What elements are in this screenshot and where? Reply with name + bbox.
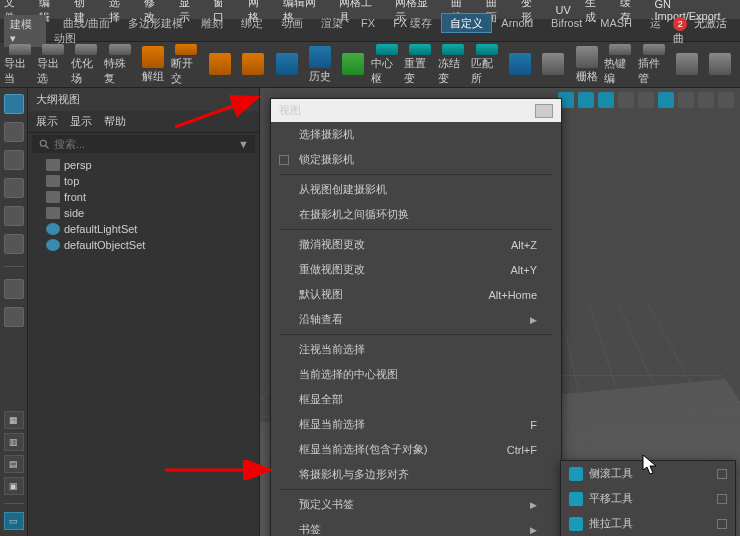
option-box-icon[interactable] [717, 494, 727, 504]
menu-item[interactable]: 框显当前选择F [271, 412, 561, 437]
shelf-tab[interactable]: 雕刻 [192, 13, 232, 33]
outliner-menu-item[interactable]: 展示 [36, 114, 58, 129]
shelf-button[interactable]: 冻结变 [438, 44, 469, 86]
shelf-button[interactable]: 重置变 [404, 44, 435, 86]
shelf-button[interactable]: 优化场 [71, 44, 102, 86]
shelf-button[interactable]: 特殊复 [104, 44, 135, 86]
notification-badge[interactable]: 2 [673, 17, 687, 31]
paint-tool-icon[interactable] [4, 150, 24, 170]
outliner-item[interactable]: top [32, 173, 255, 189]
scale-tool-icon[interactable] [4, 234, 24, 254]
outliner-menu-item[interactable]: 显示 [70, 114, 92, 129]
outliner-menu[interactable]: 展示显示帮助 [28, 111, 259, 133]
shelf-tab[interactable]: Bifrost [542, 13, 591, 33]
viewport-icons[interactable] [558, 92, 734, 108]
layout-persp-icon[interactable]: ▣ [4, 477, 24, 495]
shelf-button[interactable] [204, 44, 235, 86]
menu-item[interactable]: 注视当前选择 [271, 337, 561, 362]
viewport-icon[interactable] [598, 92, 614, 108]
outliner-item[interactable]: defaultLightSet [32, 221, 255, 237]
shelf-button[interactable]: 中心枢 [371, 44, 402, 86]
search-input[interactable] [54, 138, 234, 150]
menu-item[interactable]: 沿轴查看▶ [271, 307, 561, 332]
camera-tools-submenu[interactable]: 侧滚工具平移工具推拉工具缩放工具 [560, 460, 736, 536]
viewport-icon[interactable] [678, 92, 694, 108]
outliner-item[interactable]: persp [32, 157, 255, 173]
submenu-item[interactable]: 平移工具 [561, 486, 735, 511]
last-tool-icon[interactable] [4, 279, 24, 299]
menu-item[interactable]: 框显当前选择(包含子对象)Ctrl+F [271, 437, 561, 462]
viewport-icon[interactable] [658, 92, 674, 108]
shelf-tab[interactable]: FX [352, 13, 384, 33]
shelf-button[interactable] [238, 44, 269, 86]
shelf-button[interactable] [705, 44, 736, 86]
shelf-button[interactable]: 断开交 [171, 44, 202, 86]
mode-dropdown[interactable]: 建模 ▾ [4, 15, 46, 47]
menu-item[interactable]: 框显全部 [271, 387, 561, 412]
shelf-button[interactable] [671, 44, 702, 86]
outliner-search[interactable]: ▼ [32, 135, 255, 153]
tool-dock[interactable]: ▦ ▥ ▤ ▣ ▭ [0, 88, 28, 536]
shelf-tab[interactable]: Arnold [492, 13, 542, 33]
shelf-tab[interactable]: 动画 [272, 13, 312, 33]
viewport-icon[interactable] [638, 92, 654, 108]
search-dropdown-icon[interactable]: ▼ [238, 138, 249, 150]
menu-item[interactable]: 书签▶ [271, 517, 561, 536]
view-context-menu[interactable]: 视图 选择摄影机锁定摄影机从视图创建摄影机在摄影机之间循环切换撤消视图更改Alt… [270, 98, 562, 536]
shelf-button[interactable] [271, 44, 302, 86]
shelf-button[interactable]: 热键编 [604, 44, 635, 86]
menu-item[interactable]: 重做视图更改Alt+Y [271, 257, 561, 282]
shelf-tab[interactable]: 渲染 [312, 13, 352, 33]
submenu-item[interactable]: 推拉工具 [561, 511, 735, 536]
option-box-icon[interactable] [717, 469, 727, 479]
shelf-tab[interactable]: 自定义 [441, 13, 492, 33]
shelf-button[interactable]: 导出选 [37, 44, 68, 86]
layout-two-icon[interactable]: ▥ [4, 433, 24, 451]
lasso-tool-icon[interactable] [4, 122, 24, 142]
shelf-toolbar[interactable]: 导出当导出选优化场特殊复解组断开交历史中心枢重置变冻结变匹配所栅格热键编插件管 [0, 42, 740, 88]
outliner-item[interactable]: front [32, 189, 255, 205]
menu-item[interactable]: 撤消视图更改Alt+Z [271, 232, 561, 257]
shelf-button[interactable]: 历史 [304, 44, 335, 86]
layout-four-icon[interactable]: ▤ [4, 455, 24, 473]
shelf-tab[interactable]: FX 缓存 [384, 13, 441, 33]
shelf-button[interactable] [504, 44, 535, 86]
shelf-tabs[interactable]: 建模 ▾ 曲线/曲面多边形建模雕刻绑定动画渲染FXFX 缓存自定义ArnoldB… [0, 20, 740, 42]
move-tool-icon[interactable] [4, 178, 24, 198]
menu-item[interactable]: 选择摄影机 [271, 122, 561, 147]
viewport-icon[interactable] [578, 92, 594, 108]
viewport-icon[interactable] [698, 92, 714, 108]
menu-option-box-icon[interactable] [535, 104, 553, 118]
layout-single-icon[interactable]: ▦ [4, 411, 24, 429]
menu-item[interactable]: 当前选择的中心视图 [271, 362, 561, 387]
outliner-toggle-icon[interactable]: ▭ [4, 512, 24, 530]
submenu-item[interactable]: 侧滚工具 [561, 461, 735, 486]
option-box-icon[interactable] [717, 519, 727, 529]
outliner-panel[interactable]: 大纲视图 展示显示帮助 ▼ persptopfrontsidedefaultLi… [28, 88, 260, 536]
shelf-tab[interactable]: MASH [591, 13, 641, 33]
menu-item[interactable]: 默认视图Alt+Home [271, 282, 561, 307]
menu-item[interactable]: 预定义书签▶ [271, 492, 561, 517]
viewport-icon[interactable] [618, 92, 634, 108]
menu-item[interactable]: 锁定摄影机 [271, 147, 561, 172]
shelf-button[interactable]: 栅格 [571, 44, 602, 86]
shelf-button[interactable] [538, 44, 569, 86]
menu-item[interactable]: 将摄影机与多边形对齐 [271, 462, 561, 487]
menu-item[interactable]: 在摄影机之间循环切换 [271, 202, 561, 227]
shelf-button[interactable]: 导出当 [4, 44, 35, 86]
shelf-button[interactable]: 插件管 [638, 44, 669, 86]
rotate-tool-icon[interactable] [4, 206, 24, 226]
shelf-tab[interactable]: 绑定 [232, 13, 272, 33]
snap-tool-icon[interactable] [4, 307, 24, 327]
select-tool-icon[interactable] [4, 94, 24, 114]
shelf-button[interactable]: 解组 [137, 44, 168, 86]
shelf-tab[interactable]: 多边形建模 [119, 13, 192, 33]
outliner-item[interactable]: side [32, 205, 255, 221]
shelf-button[interactable] [338, 44, 369, 86]
shelf-button[interactable]: 匹配所 [471, 44, 502, 86]
outliner-item[interactable]: defaultObjectSet [32, 237, 255, 253]
outliner-tree[interactable]: persptopfrontsidedefaultLightSetdefaultO… [28, 155, 259, 536]
outliner-menu-item[interactable]: 帮助 [104, 114, 126, 129]
menu-item[interactable]: 从视图创建摄影机 [271, 177, 561, 202]
viewport-icon[interactable] [718, 92, 734, 108]
